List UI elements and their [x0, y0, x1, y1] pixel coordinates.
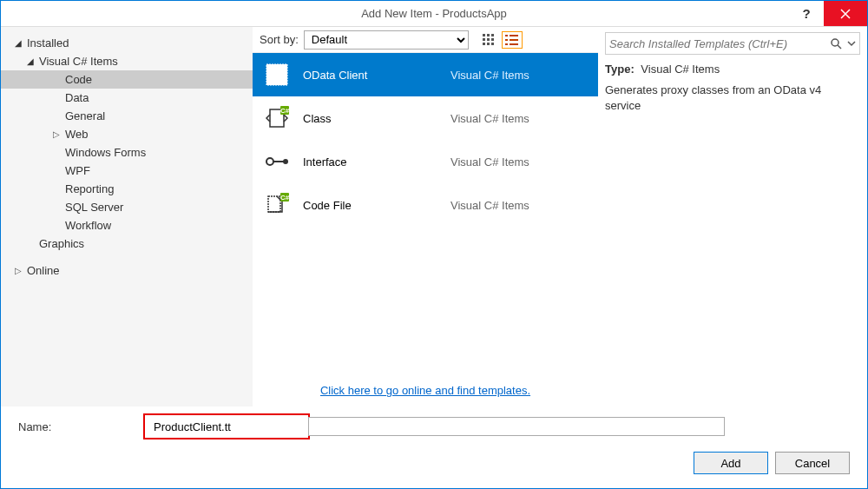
add-button[interactable]: Add	[694, 452, 768, 474]
template-pane: Sort by: Default	[253, 27, 598, 406]
sidebar-item-general[interactable]: General	[1, 107, 253, 125]
template-icon: C#	[263, 104, 291, 132]
svg-rect-4	[487, 38, 490, 41]
caret-down-icon: ◢	[27, 56, 37, 66]
view-grid-button[interactable]	[479, 31, 500, 49]
sidebar-online-label: Online	[27, 264, 60, 277]
template-name: Class	[303, 112, 450, 125]
name-input-ext[interactable]	[308, 417, 725, 436]
close-button[interactable]	[824, 1, 867, 26]
sidebar-item-label: WPF	[65, 164, 90, 177]
sidebar-item-label: Web	[65, 128, 89, 141]
template-item-class[interactable]: C#ClassVisual C# Items	[253, 96, 598, 140]
search-icon	[830, 37, 842, 50]
name-label: Name:	[18, 420, 148, 433]
search-box[interactable]	[605, 32, 860, 55]
sidebar-item-web[interactable]: ▷Web	[1, 125, 253, 143]
sidebar-item-workflow[interactable]: Workflow	[1, 216, 253, 235]
svg-rect-12	[510, 39, 518, 41]
svg-rect-1	[487, 34, 490, 36]
grid-icon	[483, 34, 496, 46]
close-icon	[840, 9, 851, 19]
template-item-odata-client[interactable]: OData ClientVisual C# Items	[253, 53, 598, 96]
sort-select[interactable]: Default	[304, 30, 469, 50]
sidebar-item-windows-forms[interactable]: Windows Forms	[1, 143, 253, 162]
description: Generates proxy classes from an OData v4…	[605, 83, 860, 114]
sidebar-item-wpf[interactable]: WPF	[1, 162, 253, 180]
caret-right-icon: ▷	[53, 129, 63, 139]
view-list-button[interactable]	[502, 31, 523, 49]
svg-point-24	[283, 159, 288, 164]
svg-point-18	[271, 67, 276, 72]
svg-rect-6	[483, 43, 485, 45]
svg-rect-0	[483, 34, 485, 36]
sidebar-item-label: Windows Forms	[65, 146, 146, 159]
button-row: Add Cancel	[18, 452, 850, 474]
cancel-button[interactable]: Cancel	[775, 452, 850, 474]
window-controls: ?	[789, 1, 867, 26]
sidebar-installed-label: Installed	[27, 36, 69, 50]
svg-rect-9	[505, 35, 508, 36]
template-icon	[263, 148, 291, 175]
template-item-interface[interactable]: InterfaceVisual C# Items	[253, 140, 598, 183]
svg-rect-5	[491, 38, 494, 41]
sidebar-item-visual-c-items[interactable]: ◢Visual C# Items	[1, 52, 253, 70]
sidebar-item-data[interactable]: Data	[1, 89, 253, 107]
type-value: Visual C# Items	[641, 63, 720, 76]
sidebar-item-label: Visual C# Items	[39, 55, 118, 68]
sidebar-root-installed[interactable]: ◢ Installed	[1, 34, 253, 52]
list-icon	[505, 34, 519, 46]
sidebar-item-sql-server[interactable]: SQL Server	[1, 198, 253, 216]
caret-right-icon: ▷	[15, 266, 25, 275]
sidebar-item-label: Workflow	[65, 219, 111, 232]
type-row: Type: Visual C# Items	[605, 62, 860, 77]
online-link-row: Click here to go online and find templat…	[253, 373, 598, 406]
toolbar: Sort by: Default	[253, 27, 598, 53]
svg-point-28	[832, 39, 838, 46]
svg-text:C#: C#	[280, 107, 290, 115]
template-list[interactable]: OData ClientVisual C# ItemsC#ClassVisual…	[253, 53, 598, 373]
sidebar-root-online[interactable]: ▷ Online	[1, 261, 253, 280]
template-name: Interface	[303, 155, 450, 169]
details-pane: Type: Visual C# Items Generates proxy cl…	[598, 27, 867, 406]
template-language: Visual C# Items	[450, 112, 529, 125]
svg-line-29	[838, 45, 841, 49]
template-name: OData Client	[303, 69, 450, 82]
sidebar-item-label: General	[65, 109, 105, 122]
caret-down-icon: ◢	[15, 38, 25, 48]
svg-rect-11	[505, 39, 508, 41]
svg-point-16	[269, 76, 278, 84]
template-language: Visual C# Items	[450, 69, 529, 82]
name-input[interactable]	[150, 417, 303, 436]
svg-text:C#: C#	[280, 194, 290, 202]
window-title: Add New Item - ProductsApp	[361, 7, 507, 20]
help-button[interactable]: ?	[789, 1, 824, 26]
chevron-down-icon[interactable]	[847, 39, 856, 48]
sidebar-item-label: Graphics	[39, 237, 84, 250]
search-input[interactable]	[609, 37, 830, 50]
template-language: Visual C# Items	[450, 199, 529, 212]
sidebar-item-label: SQL Server	[65, 201, 123, 214]
sidebar-item-label: Code	[65, 73, 92, 86]
svg-rect-3	[483, 38, 485, 41]
svg-rect-10	[510, 35, 518, 36]
name-highlight	[143, 413, 310, 439]
name-row: Name:	[18, 413, 850, 439]
sort-label: Sort by:	[260, 33, 299, 46]
svg-rect-8	[491, 43, 494, 45]
template-icon	[263, 61, 291, 89]
content: ◢ Installed ◢Visual C# ItemsCodeDataGene…	[1, 27, 867, 406]
sidebar-item-reporting[interactable]: Reporting	[1, 180, 253, 198]
online-templates-link[interactable]: Click here to go online and find templat…	[320, 384, 530, 397]
sidebar-item-label: Data	[65, 91, 89, 104]
sidebar-item-graphics[interactable]: Graphics	[1, 235, 253, 253]
svg-rect-14	[510, 43, 518, 45]
category-sidebar: ◢ Installed ◢Visual C# ItemsCodeDataGene…	[1, 27, 253, 406]
sidebar-item-label: Reporting	[65, 182, 114, 195]
sidebar-item-code[interactable]: Code	[1, 70, 253, 89]
type-label: Type:	[605, 63, 635, 76]
template-item-code-file[interactable]: C#Code FileVisual C# Items	[253, 183, 598, 227]
template-language: Visual C# Items	[450, 155, 529, 169]
footer: Name: Add Cancel	[1, 406, 867, 486]
svg-rect-7	[487, 43, 490, 45]
